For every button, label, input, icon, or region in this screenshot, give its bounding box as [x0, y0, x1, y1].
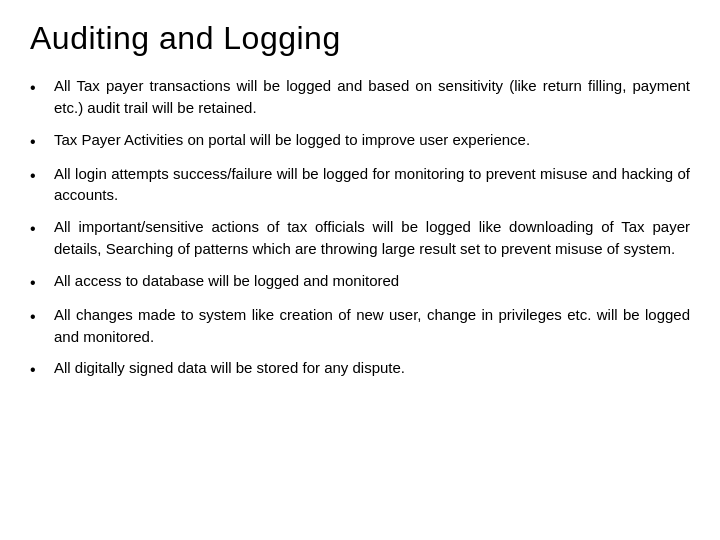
list-item-4: •All important/sensitive actions of tax …	[30, 216, 690, 260]
bullet-text-3: All login attempts success/failure will …	[54, 163, 690, 207]
bullet-text-2: Tax Payer Activities on portal will be l…	[54, 129, 690, 151]
list-item-3: •All login attempts success/failure will…	[30, 163, 690, 207]
list-item-2: •Tax Payer Activities on portal will be …	[30, 129, 690, 153]
bullet-text-4: All important/sensitive actions of tax o…	[54, 216, 690, 260]
list-item-1: •All Tax payer transactions will be logg…	[30, 75, 690, 119]
bullet-text-7: All digitally signed data will be stored…	[54, 357, 690, 379]
page-title: Auditing and Logging	[30, 20, 690, 57]
bullet-list: •All Tax payer transactions will be logg…	[30, 75, 690, 382]
bullet-dot-6: •	[30, 305, 48, 328]
bullet-text-5: All access to database will be logged an…	[54, 270, 690, 292]
list-item-7: •All digitally signed data will be store…	[30, 357, 690, 381]
bullet-dot-4: •	[30, 217, 48, 240]
bullet-dot-5: •	[30, 271, 48, 294]
bullet-dot-7: •	[30, 358, 48, 381]
bullet-dot-2: •	[30, 130, 48, 153]
bullet-text-1: All Tax payer transactions will be logge…	[54, 75, 690, 119]
bullet-text-6: All changes made to system like creation…	[54, 304, 690, 348]
list-item-5: •All access to database will be logged a…	[30, 270, 690, 294]
bullet-dot-1: •	[30, 76, 48, 99]
list-item-6: •All changes made to system like creatio…	[30, 304, 690, 348]
bullet-dot-3: •	[30, 164, 48, 187]
